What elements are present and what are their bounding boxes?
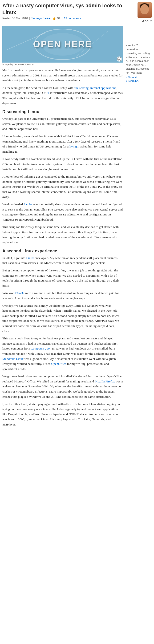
link-intranet[interactable]: intranet applications (90, 86, 116, 90)
link-mandrake[interactable]: Mandrake Linux (2, 357, 24, 360)
para-10: Being the more computer literate of the … (2, 268, 123, 288)
more-about-link[interactable]: » More ab... (126, 76, 152, 79)
para-13: This was a body blow to my wife's busine… (2, 336, 123, 372)
para-9: In 2004, I got into Linux once again. My… (2, 256, 123, 266)
about-title: About (126, 19, 152, 23)
author-link[interactable]: Soumya Sarkar (31, 17, 51, 20)
article-meta: Posted 30 Mar 2016 | Soumya Sarkar 👍 91 … (2, 17, 124, 20)
para-15: I, on the other hand, started playing ar… (2, 402, 123, 427)
para-6: Another hour of tinkering got us connect… (2, 174, 123, 200)
para-1: My first brush with open source came whi… (2, 68, 123, 83)
hero-image: OPEN HERE cc (2, 26, 123, 62)
learn-how-link[interactable]: » Learn ho... (126, 80, 152, 82)
svg-text:cc: cc (118, 58, 120, 60)
para-14: We got new hard drives for our computer … (2, 374, 123, 399)
cc-icon: cc (117, 57, 121, 61)
link-living[interactable]: living (69, 145, 77, 148)
link-bsod[interactable]: BSoDs (15, 291, 24, 295)
main-content: OPEN HERE cc Image by : opensource.com M… (2, 26, 126, 429)
article-body: My first brush with open source came whi… (2, 68, 123, 427)
article-title: After a nasty computer virus, sys admin … (2, 2, 124, 16)
image-caption: Image by : opensource.com (2, 63, 123, 66)
author-avatar (137, 2, 152, 18)
article-header: After a nasty computer virus, sys admin … (0, 0, 154, 24)
hero-image-container: OPEN HERE cc Image by : opensource.com (2, 26, 123, 66)
heading-second-linux: A second Linux experience (2, 248, 123, 254)
link-linux[interactable]: Linux (26, 256, 34, 260)
sidebar: a senior IT profession... consulting con… (126, 26, 152, 429)
sidebar-author-description: a senior IT profession... consulting con… (126, 44, 152, 74)
para-3: One day, as part of the university's IT … (2, 116, 123, 132)
content-area: OPEN HERE cc Image by : opensource.com M… (0, 24, 154, 431)
comments-link[interactable]: 13 comments (64, 17, 81, 20)
thumbs-icon: 👍 (52, 17, 56, 20)
link-firefox[interactable]: Mozilla Firefox (95, 380, 115, 383)
sidebar-top: About (126, 2, 152, 23)
post-date: Posted 30 Mar 2016 (2, 17, 28, 20)
para-7: We downloaded Samba over our awfully slo… (2, 202, 123, 222)
page-container: After a nasty computer virus, sys admin … (0, 0, 154, 431)
avatar-graphic (137, 2, 152, 18)
para-2: As the team grew, the need for a robust … (2, 86, 123, 106)
para-8: This setup ran flawlessly for quite some… (2, 224, 123, 244)
link-samba[interactable]: Samba (24, 202, 32, 206)
para-11: Windows BSoDs were a routine affair, but… (2, 290, 123, 300)
avatar-face (140, 4, 149, 14)
link-it[interactable]: IT (46, 91, 49, 94)
meta-sep1: | (29, 17, 30, 20)
thumbs-count: 91 (57, 17, 60, 20)
hero-text: OPEN HERE (33, 39, 92, 50)
para-12: One day, we had a virus that simply woul… (2, 303, 123, 334)
para-4: Upon unboxing, we noticed that it came w… (2, 134, 123, 154)
cc-badge: cc (117, 56, 122, 62)
heading-discovering-linux: Discovering Linux (2, 109, 123, 114)
link-openoffice[interactable]: OpenOffice (51, 362, 66, 366)
sidebar-links: » More ab... » Learn ho... (126, 76, 152, 82)
meta-sep2: | (62, 17, 62, 20)
link-computex[interactable]: Computex 2004 (31, 347, 51, 350)
para-5: It was heady stuff as I watched the frie… (2, 156, 123, 172)
link-file-serving[interactable]: file serving (74, 86, 89, 90)
